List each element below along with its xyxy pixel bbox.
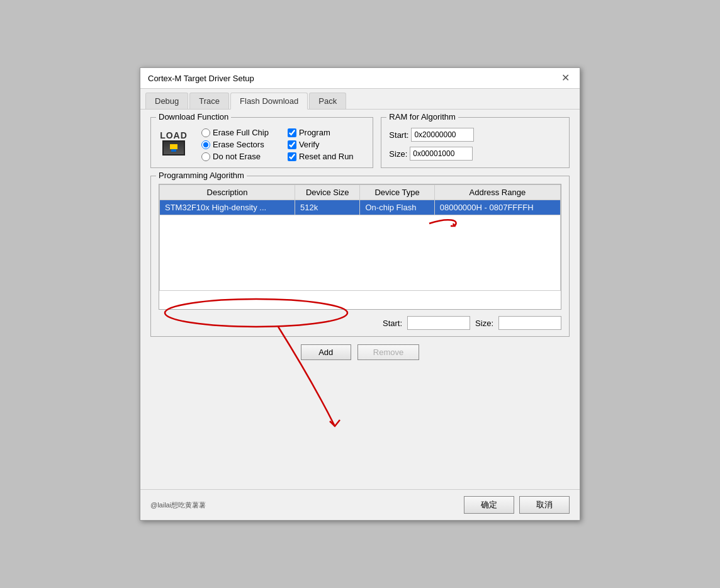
tab-trace[interactable]: Trace	[189, 93, 229, 109]
program-input[interactable]	[288, 128, 296, 137]
ram-size-label: Size:	[389, 149, 407, 159]
remove-button[interactable]: Remove	[357, 344, 419, 360]
load-chip-icon	[162, 140, 185, 155]
load-text: LOAD	[160, 130, 188, 140]
programming-algorithm-legend: Programming Algorithm	[156, 171, 247, 180]
tab-pack[interactable]: Pack	[309, 93, 346, 109]
window-title: Cortex-M Target Driver Setup	[148, 74, 254, 83]
row-address-range: 08000000H - 0807FFFFH	[434, 200, 560, 215]
erase-full-chip-radio[interactable]: Erase Full Chip	[201, 128, 269, 137]
verify-label: Verify	[299, 140, 320, 149]
cancel-button[interactable]: 取消	[519, 496, 570, 514]
download-function-group: Download Function LOAD Erase Full Chip	[150, 117, 373, 168]
do-not-erase-input[interactable]	[201, 152, 210, 161]
ram-fields: Start: Size:	[389, 128, 561, 161]
add-button[interactable]: Add	[301, 344, 351, 360]
erase-full-chip-label: Erase Full Chip	[213, 128, 269, 137]
program-label: Program	[299, 128, 330, 137]
algo-table: Description Device Size Device Type Addr…	[159, 184, 561, 291]
do-not-erase-label: Do not Erase	[213, 152, 261, 161]
do-not-erase-radio[interactable]: Do not Erase	[201, 152, 269, 161]
ram-algorithm-group: RAM for Algorithm Start: Size:	[381, 117, 570, 168]
erase-sectors-input[interactable]	[201, 140, 210, 149]
algo-size-label: Size:	[475, 319, 493, 328]
verify-checkbox[interactable]: Verify	[288, 140, 354, 149]
download-function-inner: LOAD Erase Full Chip Erase Sectors	[159, 128, 365, 161]
reset-run-label: Reset and Run	[299, 152, 354, 161]
download-function-legend: Download Function	[156, 112, 231, 122]
col-device-size: Device Size	[295, 185, 360, 200]
erase-full-chip-input[interactable]	[201, 128, 210, 137]
reset-run-checkbox[interactable]: Reset and Run	[288, 152, 354, 161]
programming-algorithm-group: Programming Algorithm Description Device…	[150, 176, 570, 337]
main-window: Cortex-M Target Driver Setup ✕ Debug Tra…	[140, 67, 580, 521]
top-sections: Download Function LOAD Erase Full Chip	[150, 117, 570, 176]
bottom-note: @lailai想吃黄薯薯	[150, 500, 206, 510]
tab-bar: Debug Trace Flash Download Pack	[140, 89, 580, 110]
col-description: Description	[160, 185, 295, 200]
ram-start-input[interactable]	[411, 128, 474, 142]
ram-algorithm-legend: RAM for Algorithm	[386, 112, 458, 122]
title-bar: Cortex-M Target Driver Setup ✕	[140, 68, 580, 89]
col-address-range: Address Range	[434, 185, 560, 200]
close-button[interactable]: ✕	[559, 73, 572, 83]
ok-button[interactable]: 确定	[464, 496, 514, 514]
verify-input[interactable]	[288, 140, 296, 149]
algo-start-label: Start:	[383, 319, 402, 328]
program-checkbox[interactable]: Program	[288, 128, 354, 137]
row-device-size: 512k	[295, 200, 360, 215]
prog-algo-inner: Description Device Size Device Type Addr…	[159, 184, 561, 330]
content-area: Download Function LOAD Erase Full Chip	[140, 110, 580, 489]
ram-start-label: Start:	[389, 130, 408, 140]
tab-debug[interactable]: Debug	[145, 93, 188, 109]
tab-flash-download[interactable]: Flash Download	[230, 93, 308, 110]
algo-start-size-row: Start: Size:	[159, 316, 561, 330]
reset-run-input[interactable]	[288, 152, 296, 161]
ram-size-input[interactable]	[410, 147, 473, 161]
load-icon: LOAD	[159, 128, 189, 158]
algo-table-wrapper: Description Device Size Device Type Addr…	[159, 184, 561, 310]
erase-sectors-radio[interactable]: Erase Sectors	[201, 140, 269, 149]
ram-start-group: Start:	[389, 128, 474, 142]
bottom-bar: @lailai想吃黄薯薯 确定 取消	[140, 489, 580, 520]
ram-size-group: Size:	[389, 147, 473, 161]
algo-start-input[interactable]	[407, 316, 470, 330]
algo-table-header: Description Device Size Device Type Addr…	[160, 185, 561, 200]
add-remove-buttons: Add Remove	[150, 344, 570, 360]
table-row[interactable]: STM32F10x High-density ... 512k On-chip …	[160, 200, 561, 215]
action-checkbox-group: Program Verify Reset and Run	[288, 128, 354, 161]
algo-size-input[interactable]	[498, 316, 561, 330]
erase-sectors-label: Erase Sectors	[213, 140, 264, 149]
row-device-type: On-chip Flash	[360, 200, 434, 215]
col-device-type: Device Type	[360, 185, 434, 200]
erase-radio-group: Erase Full Chip Erase Sectors Do not Era…	[201, 128, 269, 161]
row-description: STM32F10x High-density ...	[160, 200, 295, 215]
